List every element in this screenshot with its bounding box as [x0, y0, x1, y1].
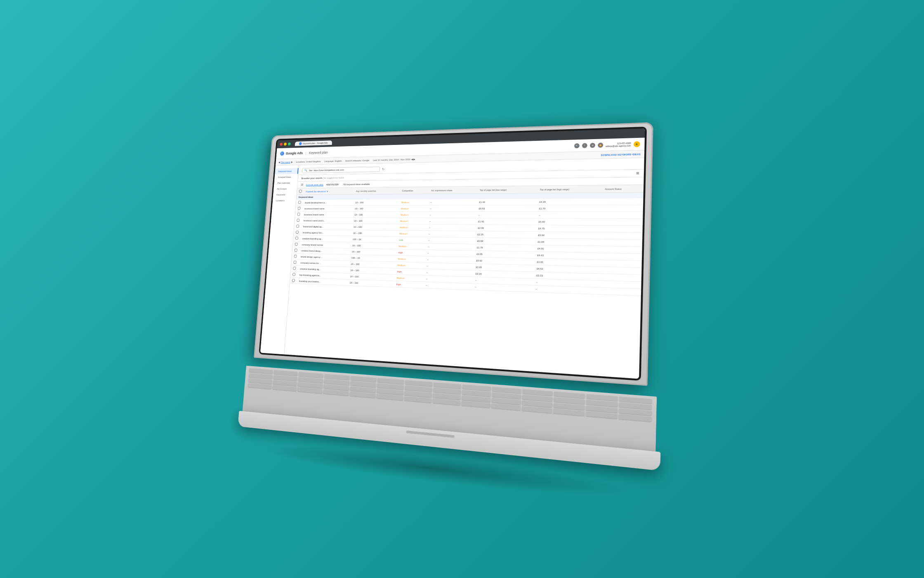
- column-top-page-low[interactable]: Top of page bid (low range): [477, 186, 537, 193]
- network-nav[interactable]: Search networks: Google: [345, 159, 370, 162]
- status-cell: [600, 267, 642, 275]
- select-all-checkbox-header[interactable]: [297, 188, 304, 195]
- top-high-cell: £1.94: [535, 238, 601, 246]
- bell-icon[interactable]: 🔔: [598, 142, 603, 147]
- row-checkbox[interactable]: [294, 255, 297, 258]
- top-high-cell: £4.43: [535, 252, 601, 260]
- top-high-cell: £3.94: [535, 232, 601, 239]
- plan-name-link[interactable]: Plan name: [281, 161, 291, 163]
- row-checkbox[interactable]: [293, 267, 296, 270]
- search-input-wrap[interactable]: 🔍 Site: https://your-competitors-site.co…: [302, 166, 380, 173]
- sidebar-item-keyword-ideas[interactable]: Keyword ideas: [275, 168, 298, 174]
- locations-nav[interactable]: Locations: United Kingdom: [296, 160, 321, 163]
- row-checkbox-cell[interactable]: [291, 265, 298, 272]
- settings-icon[interactable]: ⚙: [590, 142, 595, 147]
- search-input[interactable]: Site: https://your-competitors-site.com: [309, 169, 344, 172]
- sidebar-item-grouped-ideas[interactable]: Grouped ideas: [274, 174, 298, 180]
- close-dot[interactable]: [280, 143, 283, 146]
- sort-icon: ▼: [326, 190, 328, 192]
- exclude-adult-sites-button[interactable]: Exclude adult sites: [306, 183, 323, 186]
- row-checkbox[interactable]: [298, 201, 301, 204]
- sidebar-grouped-ideas-label: Grouped ideas: [278, 176, 291, 178]
- minimize-dot[interactable]: [284, 142, 287, 145]
- key: [299, 372, 323, 378]
- row-checkbox[interactable]: [297, 219, 299, 222]
- column-avg-monthly[interactable]: Avg. monthly searches: [354, 187, 400, 194]
- sidebar-item-keywords[interactable]: Keywords: [273, 192, 297, 198]
- date-range-label: Last 12 months: Dec 2018 - Nov 2019: [373, 158, 410, 161]
- ad-impression-cell: –: [427, 218, 476, 225]
- browser-dots: [280, 142, 290, 146]
- refresh-icon[interactable]: ↻: [382, 167, 385, 171]
- sidebar-item-locations[interactable]: Locations: [272, 197, 296, 203]
- column-ad-impression[interactable]: Ad. impressions share: [429, 187, 477, 194]
- browser-tab[interactable]: Keyword plan - Google Ads: [295, 140, 332, 146]
- row-checkbox-cell[interactable]: [292, 241, 300, 247]
- row-checkbox-cell[interactable]: [292, 253, 299, 260]
- plan-title: Keyword plan: [309, 150, 328, 154]
- column-account-status[interactable]: Account Status: [602, 185, 644, 193]
- maximize-dot[interactable]: [288, 142, 291, 145]
- select-all-checkbox[interactable]: [299, 190, 302, 193]
- top-low-cell: £3.34: [473, 270, 534, 278]
- row-checkbox[interactable]: [297, 213, 300, 216]
- row-checkbox[interactable]: [296, 225, 299, 227]
- row-checkbox-cell[interactable]: [295, 206, 303, 211]
- grid-view-icon[interactable]: ⊞: [636, 171, 639, 175]
- back-nav[interactable]: ◀ Plan name ▶: [278, 161, 293, 163]
- row-checkbox-cell[interactable]: [295, 218, 302, 224]
- top-high-cell: –: [536, 212, 602, 219]
- locations-label: Locations: United Kingdom: [296, 160, 321, 163]
- column-competition[interactable]: Competition: [400, 187, 429, 194]
- row-checkbox[interactable]: [295, 237, 298, 239]
- column-keyword[interactable]: Keyword (by relevance) ▼: [304, 188, 354, 195]
- row-checkbox-cell[interactable]: [294, 223, 302, 230]
- competition-cell: Medium: [399, 199, 429, 205]
- row-checkbox[interactable]: [298, 207, 301, 210]
- sidebar-locations-label: Locations: [276, 199, 285, 201]
- top-high-cell: £1.70: [536, 205, 602, 211]
- row-checkbox[interactable]: [292, 279, 295, 282]
- row-checkbox[interactable]: [295, 243, 298, 246]
- status-cell: [602, 198, 644, 205]
- help-icon[interactable]: ?: [582, 143, 587, 148]
- download-keyword-ideas-button[interactable]: DOWNLOAD KEYWORD IDEAS: [601, 153, 641, 156]
- language-nav[interactable]: Language: English: [324, 160, 342, 162]
- date-range-nav[interactable]: Last 12 months: Dec 2018 - Nov 2019 ◀ ▶: [373, 158, 415, 161]
- key: [249, 373, 273, 379]
- row-checkbox-cell[interactable]: [296, 199, 303, 205]
- row-checkbox-cell[interactable]: [290, 277, 297, 284]
- status-cell: [601, 212, 643, 219]
- table-scroll[interactable]: Keyword (by relevance) ▼ Avg. monthly se…: [284, 185, 644, 379]
- top-high-cell: £3.23: [534, 272, 600, 280]
- status-cell: [599, 280, 641, 289]
- top-high-cell: –: [533, 279, 599, 288]
- row-checkbox-cell[interactable]: [292, 247, 299, 253]
- laptop-mockup: Keyword plan - Google Ads G Google Ads: [235, 124, 689, 454]
- row-checkbox[interactable]: [296, 231, 299, 234]
- search-icon[interactable]: 🔍: [574, 143, 580, 148]
- competition-cell: Medium: [397, 224, 427, 231]
- broaden-label: Broaden your search:: [302, 177, 323, 179]
- header-spacer: [331, 146, 571, 152]
- sidebar-item-plan-overview[interactable]: Plan overview: [274, 180, 297, 186]
- avatar[interactable]: E: [634, 141, 640, 147]
- top-low-cell: £2.05: [473, 264, 534, 272]
- header-separator: |: [305, 151, 306, 155]
- add-filter-button[interactable]: ADD FILTER: [326, 183, 339, 186]
- row-checkbox-cell[interactable]: [293, 235, 301, 242]
- status-cell: [601, 205, 643, 212]
- row-checkbox-cell[interactable]: [291, 259, 299, 265]
- keyword-cell: brand and digital ag...: [301, 223, 351, 230]
- avg-monthly-cell: 10 – 100: [351, 218, 398, 224]
- sidebar-item-ad-groups[interactable]: Ad Groups: [273, 186, 297, 192]
- row-checkbox[interactable]: [293, 261, 296, 263]
- row-checkbox-cell[interactable]: [290, 271, 298, 277]
- key: [404, 396, 431, 403]
- row-checkbox[interactable]: [295, 249, 297, 251]
- status-cell: [601, 218, 643, 225]
- row-checkbox[interactable]: [292, 273, 295, 276]
- row-checkbox-cell[interactable]: [294, 229, 301, 235]
- row-checkbox-cell[interactable]: [295, 211, 302, 217]
- column-top-page-high[interactable]: Top of page bid (high range): [537, 185, 602, 193]
